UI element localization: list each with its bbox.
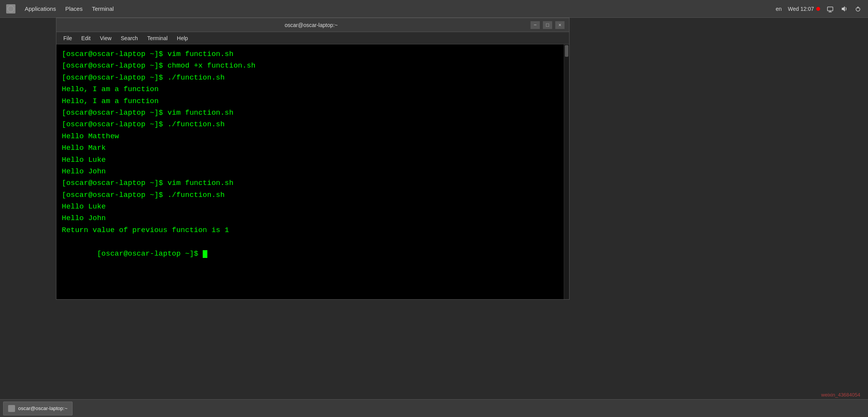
term-line-0: [oscar@oscar-laptop ~]$ vim function.sh [62, 48, 558, 60]
terminal-content[interactable]: [oscar@oscar-laptop ~]$ vim function.sh … [56, 44, 564, 299]
menu-terminal[interactable]: Terminal [143, 34, 171, 43]
term-line-16: [oscar@oscar-laptop ~]$ [62, 236, 558, 271]
term-line-4: Hello, I am a function [62, 95, 558, 107]
system-bar: Applications Places Terminal en Wed 12:0… [0, 0, 868, 18]
network-icon [826, 5, 834, 13]
clock-display: Wed 12:07 [788, 6, 820, 12]
language-indicator: en [776, 6, 782, 12]
menu-help[interactable]: Help [173, 34, 192, 43]
terminal-titlebar: oscar@oscar-laptop:~ − □ × [56, 18, 569, 32]
system-bar-left: Applications Places Terminal [6, 4, 114, 14]
menu-view[interactable]: View [96, 34, 115, 43]
term-line-15: Return value of previous function is 1 [62, 224, 558, 236]
term-line-7: Hello Matthew [62, 131, 558, 142]
term-line-8: Hello Mark [62, 142, 558, 154]
taskbar-item-label: oscar@oscar-laptop:~ [18, 405, 68, 411]
menu-edit[interactable]: Edit [78, 34, 95, 43]
menu-terminal[interactable]: Terminal [92, 5, 114, 12]
svg-rect-1 [827, 7, 833, 11]
term-line-5: [oscar@oscar-laptop ~]$ vim function.sh [62, 107, 558, 119]
svg-marker-4 [842, 6, 845, 12]
terminal-window: oscar@oscar-laptop:~ − □ × File Edit Vie… [56, 18, 570, 300]
cursor [203, 250, 207, 258]
taskbar: oscar@oscar-laptop:~ [0, 399, 868, 417]
term-line-9: Hello Luke [62, 154, 558, 166]
menu-applications[interactable]: Applications [25, 5, 56, 12]
os-logo-icon [6, 4, 15, 14]
minimize-button[interactable]: − [531, 21, 540, 29]
clock-time: Wed 12:07 [788, 6, 814, 12]
terminal-menu-bar: File Edit View Search Terminal Help [56, 32, 569, 44]
terminal-body: [oscar@oscar-laptop ~]$ vim function.sh … [56, 44, 569, 299]
svg-point-0 [8, 6, 14, 12]
power-icon [854, 5, 862, 13]
term-line-10: Hello John [62, 166, 558, 177]
term-line-12: [oscar@oscar-laptop ~]$ ./function.sh [62, 189, 558, 201]
maximize-button[interactable]: □ [543, 21, 552, 29]
menu-file[interactable]: File [59, 34, 76, 43]
term-line-6: [oscar@oscar-laptop ~]$ ./function.sh [62, 119, 558, 130]
terminal-title: oscar@oscar-laptop:~ [92, 22, 531, 28]
term-line-1: [oscar@oscar-laptop ~]$ chmod +x functio… [62, 60, 558, 71]
term-line-11: [oscar@oscar-laptop ~]$ vim function.sh [62, 177, 558, 189]
system-bar-right: en Wed 12:07 [776, 5, 862, 13]
menu-places[interactable]: Places [65, 5, 83, 12]
window-controls: − □ × [531, 21, 565, 29]
watermark-logo: weixin_43684054 [821, 392, 860, 398]
taskbar-terminal-icon [8, 405, 15, 412]
close-button[interactable]: × [555, 21, 565, 29]
term-line-14: Hello John [62, 212, 558, 224]
menu-search[interactable]: Search [117, 34, 142, 43]
taskbar-terminal-item[interactable]: oscar@oscar-laptop:~ [3, 402, 73, 415]
term-line-13: Hello Luke [62, 201, 558, 212]
term-line-2: [oscar@oscar-laptop ~]$ ./function.sh [62, 72, 558, 83]
volume-icon [840, 5, 848, 13]
status-dot [816, 7, 820, 11]
scrollbar[interactable] [564, 44, 569, 299]
term-line-3: Hello, I am a function [62, 83, 558, 95]
